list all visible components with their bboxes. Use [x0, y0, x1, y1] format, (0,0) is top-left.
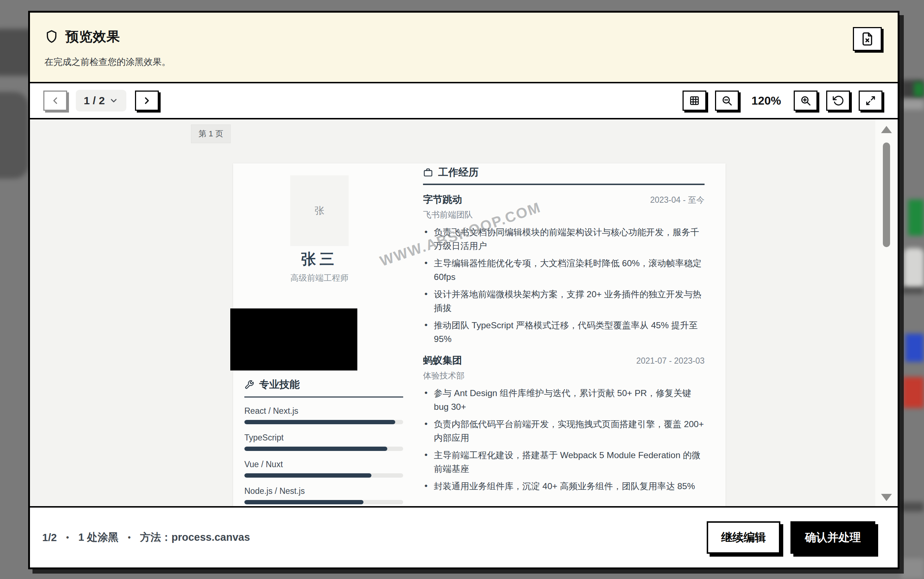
skill-bar-track [244, 420, 403, 424]
skill-bar-track [244, 500, 403, 504]
prev-page-button[interactable] [43, 90, 67, 111]
export-file-button[interactable] [853, 27, 882, 51]
redaction-status: 1/2 • 1 处涂黑 • 方法：process.canvas [42, 530, 696, 545]
briefcase-icon [423, 167, 433, 177]
continue-editing-button[interactable]: 继续编辑 [707, 521, 780, 554]
background-blur-dark-line [902, 287, 924, 294]
job-team: 飞书前端团队 [423, 209, 704, 221]
skill-bar-fill [244, 447, 387, 451]
background-blur-bottom-strip [901, 502, 924, 512]
redaction-block [230, 308, 357, 370]
status-page: 1/2 [42, 532, 57, 544]
zoom-level: 120% [747, 94, 785, 108]
job-bullet-list: 参与 Ant Design 组件库维护与迭代，累计贡献 50+ PR，修复关键 … [423, 386, 704, 493]
avatar-char: 张 [315, 204, 324, 217]
background-blur-blue-button [905, 334, 924, 362]
job-bullet: 主导前端工程化建设，搭建基于 Webpack 5 Module Federati… [423, 448, 704, 476]
work-divider [423, 184, 704, 185]
document-preview-area: 第 1 页 张 张三 高级前端工程师 专业技能 React / Next. [30, 119, 898, 507]
page-number-badge: 第 1 页 [191, 124, 231, 143]
skills-title: 专业技能 [259, 378, 300, 391]
shield-icon [44, 29, 59, 44]
skill-bar-fill [244, 500, 364, 504]
skill-bar-track [244, 447, 403, 451]
preview-toolbar: 1 / 2 [30, 83, 898, 119]
page-selector[interactable]: 1 / 2 [76, 90, 126, 111]
background-blur-red-button [902, 377, 924, 408]
job-bullet: 参与 Ant Design 组件库维护与迭代，累计贡献 50+ PR，修复关键 … [423, 386, 704, 414]
file-x-icon [860, 32, 875, 46]
skill-label: React / Next.js [244, 406, 403, 416]
modal-subtitle: 在完成之前检查您的涂黑效果。 [44, 56, 898, 68]
resume-page: 张 张三 高级前端工程师 专业技能 React / Next.jsTypeScr… [233, 164, 726, 507]
resume-name: 张三 [233, 249, 406, 269]
wrench-icon [244, 380, 254, 389]
job-bullet: 负责内部低代码平台前端开发，实现拖拽式页面搭建引擎，覆盖 200+ 内部应用 [423, 417, 704, 445]
jobs-list: 字节跳动2023-04 - 至今飞书前端团队负责飞书文档协同编辑模块的前端架构设… [423, 193, 704, 493]
scroll-down-arrow-icon[interactable] [881, 494, 892, 501]
job-entry: 蚂蚁集团2021-07 - 2023-03体验技术部参与 Ant Design … [423, 354, 704, 493]
skill-bar-track [244, 473, 403, 478]
status-separator: • [66, 533, 69, 542]
background-blur-band [901, 100, 924, 110]
work-heading: 工作经历 [423, 165, 704, 179]
zoom-out-icon [721, 95, 733, 106]
skills-list: React / Next.jsTypeScriptVue / NuxtNode.… [244, 406, 403, 507]
fullscreen-button[interactable] [858, 90, 883, 111]
job-bullet: 推动团队 TypeScript 严格模式迁移，代码类型覆盖率从 45% 提升至 … [423, 319, 704, 346]
status-redaction-count: 1 处涂黑 [78, 530, 118, 545]
skills-section: 专业技能 React / Next.jsTypeScriptVue / Nuxt… [244, 378, 403, 507]
expand-icon [865, 95, 876, 106]
job-company: 字节跳动 [423, 193, 462, 206]
preview-scrollbar[interactable] [875, 119, 898, 506]
job-header: 蚂蚁集团2021-07 - 2023-03 [423, 354, 704, 367]
work-section: 工作经历 字节跳动2023-04 - 至今飞书前端团队负责飞书文档协同编辑模块的… [423, 165, 704, 497]
job-bullet-list: 负责飞书文档协同编辑模块的前端架构设计与核心功能开发，服务千万级日活用户主导编辑… [423, 226, 704, 346]
background-blur-bottom-light [901, 558, 924, 579]
zoom-in-icon [800, 95, 811, 106]
chevron-down-icon [109, 96, 118, 105]
scrollbar-thumb[interactable] [883, 142, 890, 247]
next-page-button[interactable] [135, 90, 159, 111]
modal-footer: 1/2 • 1 处涂黑 • 方法：process.canvas 继续编辑 确认并… [30, 507, 898, 568]
rotate-ccw-icon [832, 95, 844, 106]
skills-heading: 专业技能 [244, 378, 403, 391]
zoom-in-button[interactable] [794, 90, 818, 111]
confirm-process-button[interactable]: 确认并处理 [790, 521, 875, 554]
zoom-out-button[interactable] [715, 90, 739, 111]
job-team: 体验技术部 [423, 370, 704, 381]
job-bullet: 负责飞书文档协同编辑模块的前端架构设计与核心功能开发，服务千万级日活用户 [423, 226, 704, 253]
work-title: 工作经历 [438, 165, 478, 179]
background-blur-green-button [908, 200, 924, 236]
skill-label: TypeScript [244, 433, 403, 443]
status-separator: • [128, 533, 131, 542]
job-entry: 字节跳动2023-04 - 至今飞书前端团队负责飞书文档协同编辑模块的前端架构设… [423, 193, 704, 346]
skill-bar-fill [244, 473, 372, 478]
job-bullet: 封装通用业务组件库，沉淀 40+ 高频业务组件，团队复用率达 85% [423, 479, 704, 493]
status-method: 方法：process.canvas [140, 530, 250, 545]
rotate-button[interactable] [826, 90, 850, 111]
background-blur-panel [0, 92, 29, 178]
job-header: 字节跳动2023-04 - 至今 [423, 193, 704, 206]
scroll-up-arrow-icon[interactable] [881, 126, 892, 133]
modal-title: 预览效果 [66, 28, 120, 46]
modal-header: 预览效果 在完成之前检查您的涂黑效果。 [30, 13, 898, 83]
chevron-right-icon [141, 95, 152, 106]
grid-view-button[interactable] [683, 90, 706, 111]
job-bullet: 设计并落地前端微模块架构方案，支撑 20+ 业务插件的独立开发与热插拔 [423, 288, 704, 315]
preview-modal: 预览效果 在完成之前检查您的涂黑效果。 1 / 2 [28, 11, 899, 569]
skill-item: Node.js / Nest.js [244, 486, 403, 504]
job-bullet: 主导编辑器性能优化专项，大文档渲染耗时降低 60%，滚动帧率稳定 60fps [423, 257, 704, 284]
skill-label: Vue / Nuxt [244, 460, 403, 469]
modal-title-row: 预览效果 [44, 28, 898, 46]
background-blur-light-box [904, 248, 924, 290]
resume-role: 高级前端工程师 [233, 272, 406, 283]
chevron-left-icon [50, 95, 61, 106]
skills-divider [244, 396, 403, 397]
job-period: 2023-04 - 至今 [650, 195, 704, 206]
skill-item: React / Next.js [244, 406, 403, 424]
job-company: 蚂蚁集团 [423, 354, 462, 367]
skill-item: Vue / Nuxt [244, 460, 403, 478]
skill-bar-fill [244, 420, 395, 424]
resume-photo-placeholder: 张 [290, 175, 349, 246]
